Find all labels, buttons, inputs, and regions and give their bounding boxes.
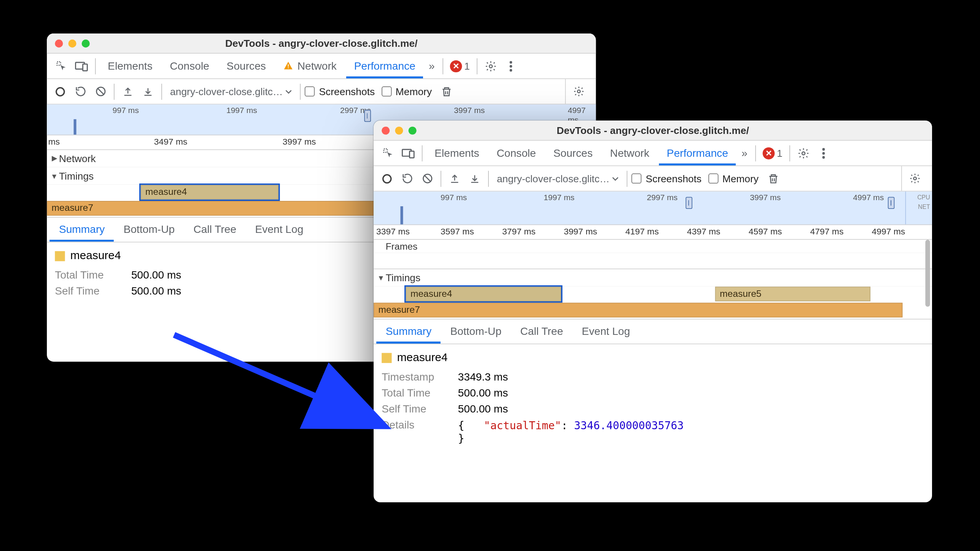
download-profile-icon[interactable] — [138, 82, 157, 101]
record-button[interactable] — [51, 82, 70, 101]
label-details: Details — [382, 419, 449, 445]
window-close-button[interactable] — [55, 39, 63, 47]
download-profile-icon[interactable] — [465, 169, 484, 188]
devtools-tabs: Elements Console Sources Network Perform… — [47, 54, 596, 79]
more-tabs-button[interactable]: » — [425, 54, 439, 78]
kebab-menu-icon[interactable] — [501, 57, 520, 75]
detail-tab-call-tree[interactable]: Call Tree — [511, 320, 573, 344]
track-frames[interactable]: Frames — [374, 240, 932, 253]
time-ruler[interactable]: 3397 ms 3597 ms 3797 ms 3997 ms 4197 ms … — [374, 225, 932, 240]
tab-performance[interactable]: Performance — [659, 141, 736, 166]
svg-point-8 — [509, 68, 512, 71]
tab-performance[interactable]: Performance — [346, 54, 423, 78]
measure-block-measure7[interactable]: measure7 — [374, 303, 902, 318]
svg-rect-2 — [83, 64, 88, 70]
upload-profile-icon[interactable] — [119, 82, 137, 101]
track-timings[interactable]: ▼Timings — [374, 269, 932, 287]
flame-chart[interactable]: Frames ▼Timings measure4 measure5 measur… — [374, 240, 932, 319]
selected-event-name: measure4 — [397, 351, 448, 364]
detail-tab-summary[interactable]: Summary — [376, 320, 441, 344]
collect-garbage-icon[interactable] — [437, 82, 456, 101]
timeline-overview[interactable]: 997 ms 1997 ms 2997 ms 3997 ms 4997 ms C… — [374, 191, 932, 225]
svg-rect-4 — [288, 67, 289, 68]
window-zoom-button[interactable] — [82, 39, 90, 47]
memory-checkbox[interactable]: Memory — [382, 86, 432, 97]
category-swatch — [55, 251, 65, 261]
measure-block-measure5[interactable]: measure5 — [715, 287, 870, 301]
scrollbar-thumb[interactable] — [925, 240, 930, 307]
svg-point-19 — [913, 177, 916, 180]
error-badge[interactable]: ✕ 1 — [447, 60, 473, 72]
warning-icon — [283, 61, 293, 71]
tab-network[interactable]: Network — [275, 54, 345, 78]
measure-block-measure4[interactable]: measure4 — [406, 287, 561, 301]
profile-select-dropdown[interactable]: angry-clover-close.glitc… — [166, 86, 296, 97]
record-button[interactable] — [378, 169, 396, 188]
value-timestamp: 3349.3 ms — [458, 371, 924, 383]
tab-sources[interactable]: Sources — [218, 54, 274, 78]
error-icon: ✕ — [450, 60, 462, 72]
svg-point-10 — [578, 90, 580, 93]
window-minimize-button[interactable] — [395, 126, 403, 134]
reload-record-button[interactable] — [398, 169, 416, 188]
tab-elements[interactable]: Elements — [100, 54, 161, 78]
detail-tab-event-log[interactable]: Event Log — [246, 218, 313, 242]
reload-record-button[interactable] — [71, 82, 90, 101]
tab-network[interactable]: Network — [602, 141, 657, 166]
inspect-element-icon[interactable] — [52, 57, 71, 75]
overview-handle-left[interactable] — [364, 110, 371, 122]
memory-checkbox[interactable]: Memory — [708, 173, 759, 184]
detail-tab-bottom-up[interactable]: Bottom-Up — [114, 218, 184, 242]
value-details-json: { "actualTime": 3346.400000035763} — [458, 419, 924, 445]
window-title: DevTools - angry-clover-close.glitch.me/ — [374, 124, 932, 136]
error-badge[interactable]: ✕ 1 — [760, 147, 785, 159]
tab-sources[interactable]: Sources — [545, 141, 601, 166]
svg-point-6 — [509, 61, 512, 63]
tab-console[interactable]: Console — [162, 54, 217, 78]
window-minimize-button[interactable] — [68, 39, 76, 47]
detail-tab-call-tree[interactable]: Call Tree — [184, 218, 246, 242]
clear-button[interactable] — [418, 169, 436, 188]
window-close-button[interactable] — [382, 126, 390, 134]
window-title: DevTools - angry-clover-close.glitch.me/ — [47, 38, 596, 49]
tab-elements[interactable]: Elements — [426, 141, 487, 166]
window-zoom-button[interactable] — [409, 126, 417, 134]
tab-console[interactable]: Console — [488, 141, 544, 166]
value-total-time: 500.00 ms — [458, 387, 924, 399]
summary-pane: measure4 Timestamp 3349.3 ms Total Time … — [374, 344, 932, 452]
capture-settings-gear-icon[interactable] — [570, 82, 588, 101]
upload-profile-icon[interactable] — [445, 169, 464, 188]
more-tabs-button[interactable]: » — [737, 141, 751, 166]
device-toolbar-icon[interactable] — [399, 144, 418, 162]
collect-garbage-icon[interactable] — [764, 169, 783, 188]
svg-point-14 — [802, 151, 805, 154]
device-toolbar-icon[interactable] — [72, 57, 91, 75]
svg-rect-0 — [57, 61, 60, 65]
performance-toolbar: angry-clover-close.glitc… Screenshots Me… — [374, 166, 932, 191]
settings-gear-icon[interactable] — [481, 57, 500, 75]
screenshots-checkbox[interactable]: Screenshots — [305, 86, 375, 97]
capture-settings-gear-icon[interactable] — [905, 169, 924, 188]
kebab-menu-icon[interactable] — [814, 144, 833, 162]
detail-tab-bottom-up[interactable]: Bottom-Up — [441, 320, 511, 344]
details-tabs: Summary Bottom-Up Call Tree Event Log — [374, 319, 932, 344]
screenshots-checkbox[interactable]: Screenshots — [632, 173, 702, 184]
measure-block-measure4[interactable]: measure4 — [141, 185, 279, 200]
detail-tab-summary[interactable]: Summary — [49, 218, 114, 242]
chevron-down-icon — [285, 88, 292, 95]
devtools-tabs: Elements Console Sources Network Perform… — [374, 141, 932, 166]
svg-point-15 — [822, 148, 825, 150]
inspect-element-icon[interactable] — [379, 144, 398, 162]
label-total-time: Total Time — [382, 387, 449, 399]
clear-button[interactable] — [91, 82, 110, 101]
label-timestamp: Timestamp — [382, 371, 449, 383]
settings-gear-icon[interactable] — [794, 144, 813, 162]
value-self-time: 500.00 ms — [458, 403, 924, 416]
chevron-down-icon — [612, 175, 619, 182]
titlebar: DevTools - angry-clover-close.glitch.me/ — [47, 33, 596, 54]
detail-tab-event-log[interactable]: Event Log — [573, 320, 640, 344]
profile-select-dropdown[interactable]: angry-clover-close.glitc… — [493, 173, 623, 184]
overview-handle-right[interactable] — [888, 197, 895, 209]
overview-handle-left[interactable] — [686, 197, 692, 209]
devtools-window-after: DevTools - angry-clover-close.glitch.me/… — [374, 121, 932, 502]
